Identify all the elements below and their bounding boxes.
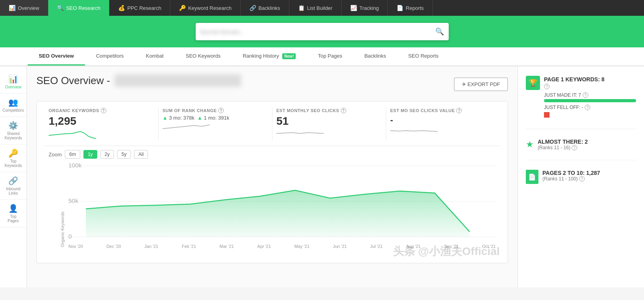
nav-tracking-label: Tracking bbox=[359, 5, 379, 11]
just-made-it-fill bbox=[544, 99, 636, 102]
sub-nav: SEO Overview Competitors Kombat SEO Keyw… bbox=[0, 47, 644, 66]
top-nav: 📊 Overview 🔍 SEO Research 💰 PPC Research… bbox=[0, 0, 644, 16]
tab-backlinks[interactable]: Backlinks bbox=[353, 47, 397, 66]
nav-backlinks[interactable]: 🔗 Backlinks bbox=[241, 0, 289, 16]
stat-est-clicks-value: EST MO SEO CLICKS VALUE ? - bbox=[386, 108, 500, 141]
x-label-oct21: Oct '21 bbox=[482, 244, 496, 249]
x-label-nov20: Nov '20 bbox=[68, 244, 83, 249]
divider-2 bbox=[526, 160, 636, 160]
sidebar-item-top-pages[interactable]: 👤 TopPages bbox=[0, 200, 26, 227]
nav-seo-research[interactable]: 🔍 SEO Research bbox=[48, 0, 110, 16]
organic-keywords-label: ORGANIC KEYWORDS ? bbox=[49, 108, 150, 113]
sidebar-item-inbound-links[interactable]: 🔗 InboundLinks bbox=[0, 172, 26, 200]
tab-competitors[interactable]: Competitors bbox=[85, 47, 135, 66]
sidebar-item-top-keywords[interactable]: 🔑 TopKeywords bbox=[0, 144, 26, 172]
nav-list-builder[interactable]: 📋 List Builder bbox=[289, 0, 342, 16]
nav-seo-research-label: SEO Research bbox=[66, 5, 100, 11]
page1-info[interactable]: ? bbox=[544, 84, 550, 89]
overview-icon: 📊 bbox=[9, 5, 15, 11]
nav-list-label: List Builder bbox=[307, 5, 332, 11]
nav-ppc-label: PPC Research bbox=[127, 5, 161, 11]
est-clicks-value-label: EST MO SEO CLICKS VALUE ? bbox=[390, 108, 492, 113]
just-made-it-info[interactable]: ? bbox=[583, 92, 588, 98]
just-fell-off-info[interactable]: ? bbox=[585, 105, 590, 110]
nav-tracking[interactable]: 📈 Tracking bbox=[342, 0, 388, 16]
svg-text:50k: 50k bbox=[68, 198, 79, 204]
rank-change-info[interactable]: ? bbox=[218, 108, 224, 113]
nav-ppc-research[interactable]: 💰 PPC Research bbox=[110, 0, 170, 16]
title-row: SEO Overview - ✈ EXPORT PDF bbox=[36, 74, 508, 94]
almost-there-title: ALMOST THERE: 2 bbox=[538, 139, 588, 145]
x-label-jun21: Jun '21 bbox=[333, 244, 347, 249]
trophy-icon-box: 🏆 bbox=[526, 76, 540, 90]
almost-there-sub: (Ranks 11 - 16) ? bbox=[538, 145, 588, 150]
left-sidebar: 📊 Overview 👥 Competitors ⚙️ SharedKeywor… bbox=[0, 66, 27, 287]
ppc-icon: 💰 bbox=[118, 5, 125, 11]
seo-research-icon: 🔍 bbox=[57, 5, 64, 11]
x-label-may21: May '21 bbox=[295, 244, 310, 249]
x-label-dec20: Dec '20 bbox=[106, 244, 121, 249]
tab-kombat[interactable]: Kombat bbox=[135, 47, 175, 66]
tab-competitors-label: Competitors bbox=[96, 53, 124, 59]
main-content: 📊 Overview 👥 Competitors ⚙️ SharedKeywor… bbox=[0, 66, 644, 287]
search-area: 🔍 bbox=[0, 16, 644, 47]
tab-ranking-history[interactable]: Ranking History New! bbox=[232, 47, 307, 66]
sidebar-item-shared-keywords[interactable]: ⚙️ SharedKeywords bbox=[0, 117, 26, 144]
sidebar-overview-icon: 📊 bbox=[8, 74, 18, 84]
list-icon: 📋 bbox=[298, 5, 305, 11]
x-label-aug21: Aug '21 bbox=[406, 244, 421, 249]
tracking-icon: 📈 bbox=[350, 5, 357, 11]
nav-keyword-label: Keyword Research bbox=[188, 5, 232, 11]
zoom-5y[interactable]: 5y bbox=[117, 150, 131, 159]
zoom-all[interactable]: All bbox=[134, 150, 148, 159]
tab-top-pages[interactable]: Top Pages bbox=[307, 47, 353, 66]
organic-keywords-info[interactable]: ? bbox=[101, 108, 106, 113]
zoom-row: Zoom 6m 1y 2y 5y All bbox=[45, 146, 500, 162]
zoom-2y[interactable]: 2y bbox=[100, 150, 114, 159]
nav-reports[interactable]: 📄 Reports bbox=[388, 0, 433, 16]
doc-icon-box: 📄 bbox=[526, 170, 538, 184]
almost-there-card: ★ ALMOST THERE: 2 (Ranks 11 - 16) ? bbox=[526, 139, 636, 150]
rank-3mo: 3 mo: 378k bbox=[169, 115, 195, 121]
tab-seo-keywords[interactable]: SEO Keywords bbox=[175, 47, 232, 66]
just-fell-off-label: JUST FELL OFF: - ? bbox=[544, 105, 636, 110]
tab-seo-reports-label: SEO Reports bbox=[408, 53, 439, 59]
est-clicks-value-info[interactable]: ? bbox=[456, 108, 462, 113]
tab-seo-keywords-label: SEO Keywords bbox=[186, 53, 221, 59]
svg-text:0: 0 bbox=[68, 234, 72, 240]
sidebar-shared-label: SharedKeywords bbox=[5, 131, 22, 140]
est-clicks-info[interactable]: ? bbox=[341, 108, 346, 113]
svg-text:100k: 100k bbox=[68, 163, 82, 169]
chart-y-label: Organic Keywords bbox=[60, 212, 65, 247]
sidebar-top-pages-icon: 👤 bbox=[8, 204, 18, 213]
tab-ranking-history-label: Ranking History bbox=[243, 53, 279, 59]
nav-reports-label: Reports bbox=[406, 5, 424, 11]
tab-seo-overview[interactable]: SEO Overview bbox=[28, 47, 85, 66]
export-pdf-button[interactable]: ✈ EXPORT PDF bbox=[454, 77, 508, 91]
x-axis-labels: Nov '20 Dec '20 Jan '21 Feb '21 Mar '21 … bbox=[68, 242, 496, 249]
svg-marker-6 bbox=[86, 190, 470, 237]
nav-overview[interactable]: 📊 Overview bbox=[0, 0, 48, 16]
stats-row: ORGANIC KEYWORDS ? 1,295 SUM OF RANK CHA… bbox=[45, 108, 500, 146]
sidebar-item-overview[interactable]: 📊 Overview bbox=[0, 70, 26, 94]
backlinks-icon: 🔗 bbox=[249, 5, 256, 11]
x-label-jul21: Jul '21 bbox=[370, 244, 382, 249]
search-input[interactable] bbox=[200, 28, 435, 35]
tab-top-pages-label: Top Pages bbox=[318, 53, 342, 59]
organic-keywords-sparkline bbox=[49, 128, 96, 139]
zoom-6m[interactable]: 6m bbox=[65, 150, 80, 159]
sidebar-item-competitors[interactable]: 👥 Competitors bbox=[0, 94, 26, 117]
nav-overview-label: Overview bbox=[18, 5, 39, 11]
tab-seo-reports[interactable]: SEO Reports bbox=[397, 47, 450, 66]
search-button[interactable]: 🔍 bbox=[435, 27, 444, 36]
stat-rank-change: SUM OF RANK CHANGE ? ▲ 3 mo: 378k ▲ 1 mo… bbox=[159, 108, 272, 141]
zoom-1y[interactable]: 1y bbox=[83, 150, 97, 159]
sidebar-overview-label: Overview bbox=[5, 85, 22, 89]
arrow-3mo: ▲ bbox=[162, 115, 168, 121]
divider-1 bbox=[526, 129, 636, 129]
nav-keyword-research[interactable]: 🔑 Keyword Research bbox=[170, 0, 241, 16]
almost-there-info[interactable]: ? bbox=[572, 145, 577, 150]
pages2to10-info[interactable]: ? bbox=[579, 176, 585, 182]
just-fell-off-indicator bbox=[544, 112, 550, 118]
x-label-feb21: Feb '21 bbox=[182, 244, 196, 249]
